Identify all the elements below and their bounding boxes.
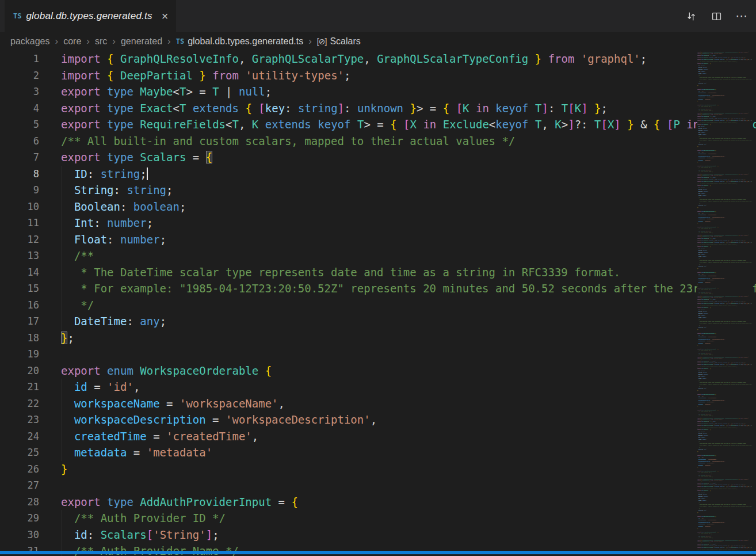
line-number: 17 [0, 313, 39, 330]
code-line-25[interactable]: metadata = 'metadata' [61, 444, 756, 461]
breadcrumb-item-scalars[interactable]: [⊘]Scalars [317, 36, 361, 47]
code-line-24[interactable]: createdTime = 'createdTime', [61, 428, 756, 445]
code-line-10[interactable]: Boolean: boolean; [61, 199, 756, 215]
more-actions-icon[interactable]: ⋯ [733, 7, 750, 25]
line-number: 11 [0, 215, 39, 231]
open-changes-icon[interactable] [682, 7, 700, 25]
code-line-5[interactable]: export type RequireFields<T, K extends k… [61, 116, 756, 133]
minimap-content: import { GraphQLResolveInfo, GraphQLScal… [697, 51, 752, 550]
line-number: 16 [0, 297, 39, 314]
code-line-14[interactable]: * The DateTime scalar type represents da… [61, 264, 756, 281]
line-number: 4 [0, 100, 39, 117]
breadcrumb-item-core[interactable]: core [63, 36, 81, 47]
code-line-19[interactable] [61, 346, 756, 363]
breadcrumb-label: src [95, 36, 107, 47]
code-line-27[interactable] [61, 477, 756, 494]
code-line-30[interactable]: id: Scalars['String']; [61, 527, 756, 543]
code-line-21[interactable]: id = 'id', [61, 379, 756, 395]
code-line-13[interactable]: /** [61, 247, 756, 264]
line-number: 26 [0, 461, 39, 478]
breadcrumb-label: core [63, 36, 81, 47]
status-bar [0, 551, 756, 554]
editor-actions: ⋯ [682, 0, 750, 32]
line-number: 23 [0, 412, 39, 428]
breadcrumb-separator: › [167, 36, 171, 47]
line-number: 10 [0, 199, 39, 215]
line-number: 3 [0, 83, 39, 100]
code-line-3[interactable]: export type Maybe<T> = T | null; [61, 83, 756, 100]
editor[interactable]: 1234567891011121314151617181920212223242… [0, 51, 756, 556]
code-line-4[interactable]: export type Exact<T extends { [key: stri… [61, 100, 756, 117]
code-line-8[interactable]: ID: string; [61, 166, 756, 182]
line-number: 28 [0, 494, 39, 511]
symbol-type-icon: [⊘] [317, 37, 327, 46]
line-number: 21 [0, 379, 39, 395]
breadcrumb-item-global-db-types-generated-ts[interactable]: TSglobal.db.types.generated.ts [176, 36, 303, 47]
line-number: 19 [0, 346, 39, 363]
breadcrumb: packages›core›src›generated›TSglobal.db.… [0, 32, 756, 51]
breadcrumb-label: global.db.types.generated.ts [188, 36, 303, 47]
code-line-1[interactable]: import { GraphQLResolveInfo, GraphQLScal… [61, 51, 756, 67]
line-number: 25 [0, 444, 39, 461]
split-editor-icon[interactable] [708, 7, 725, 25]
line-number: 13 [0, 247, 39, 264]
breadcrumb-item-generated[interactable]: generated [121, 36, 162, 47]
breadcrumb-item-src[interactable]: src [95, 36, 107, 47]
code-lines[interactable]: import { GraphQLResolveInfo, GraphQLScal… [61, 51, 756, 556]
breadcrumb-separator: › [55, 36, 59, 47]
breadcrumb-item-packages[interactable]: packages [10, 36, 50, 47]
minimap[interactable]: import { GraphQLResolveInfo, GraphQLScal… [697, 51, 752, 550]
breadcrumb-label: packages [10, 36, 50, 47]
line-number: 24 [0, 428, 39, 445]
code-line-20[interactable]: export enum WorkspaceOrderable { [61, 363, 756, 379]
line-number: 27 [0, 477, 39, 494]
line-number: 6 [0, 133, 39, 150]
line-number: 2 [0, 67, 39, 84]
line-number: 22 [0, 395, 39, 412]
code-line-17[interactable]: DateTime: any; [61, 313, 756, 330]
code-line-29[interactable]: /** Auth Provider ID */ [61, 510, 756, 527]
breadcrumb-label: generated [121, 36, 162, 47]
code-line-23[interactable]: workspaceDescription = 'workspaceDescrip… [61, 412, 756, 428]
breadcrumb-separator: › [86, 36, 90, 47]
code-line-12[interactable]: Float: number; [61, 231, 756, 248]
code-line-18[interactable]: }; [61, 330, 756, 346]
tab-global-db-types-generated[interactable]: TS global.db.types.generated.ts × [5, 0, 176, 32]
breadcrumb-separator: › [308, 36, 312, 47]
code-line-16[interactable]: */ [61, 297, 756, 314]
gutter: 1234567891011121314151617181920212223242… [0, 51, 39, 556]
code-line-15[interactable]: * For example: "1985-04-12T23:20:50.52Z"… [61, 280, 756, 297]
line-number: 15 [0, 280, 39, 297]
line-number: 30 [0, 527, 39, 543]
tab-bar: TS global.db.types.generated.ts × ⋯ [0, 0, 756, 32]
breadcrumb-label: Scalars [330, 36, 360, 47]
close-icon[interactable]: × [162, 10, 169, 22]
line-number: 7 [0, 149, 39, 166]
tab-title: global.db.types.generated.ts [26, 10, 152, 22]
line-number: 14 [0, 264, 39, 281]
code-line-7[interactable]: export type Scalars = { [61, 149, 756, 166]
line-number: 20 [0, 363, 39, 379]
breadcrumb-separator: › [112, 36, 116, 47]
line-number: 9 [0, 182, 39, 199]
code-line-11[interactable]: Int: number; [61, 215, 756, 231]
line-number: 1 [0, 51, 39, 67]
typescript-file-icon: TS [13, 12, 21, 20]
code-line-6[interactable]: /** All built-in and custom scalars, map… [61, 133, 756, 150]
typescript-file-icon: TS [176, 37, 184, 45]
line-number: 8 [0, 166, 39, 182]
line-number: 18 [0, 330, 39, 346]
code-line-9[interactable]: String: string; [61, 182, 756, 199]
line-number: 5 [0, 116, 39, 133]
line-number: 29 [0, 510, 39, 527]
code-line-2[interactable]: import { DeepPartial } from 'utility-typ… [61, 67, 756, 84]
code-line-26[interactable]: } [61, 461, 756, 478]
text-cursor [147, 167, 148, 180]
code-line-22[interactable]: workspaceName = 'workspaceName', [61, 395, 756, 412]
code-line-28[interactable]: export type AddAuthProviderInput = { [61, 494, 756, 511]
line-number: 12 [0, 231, 39, 248]
